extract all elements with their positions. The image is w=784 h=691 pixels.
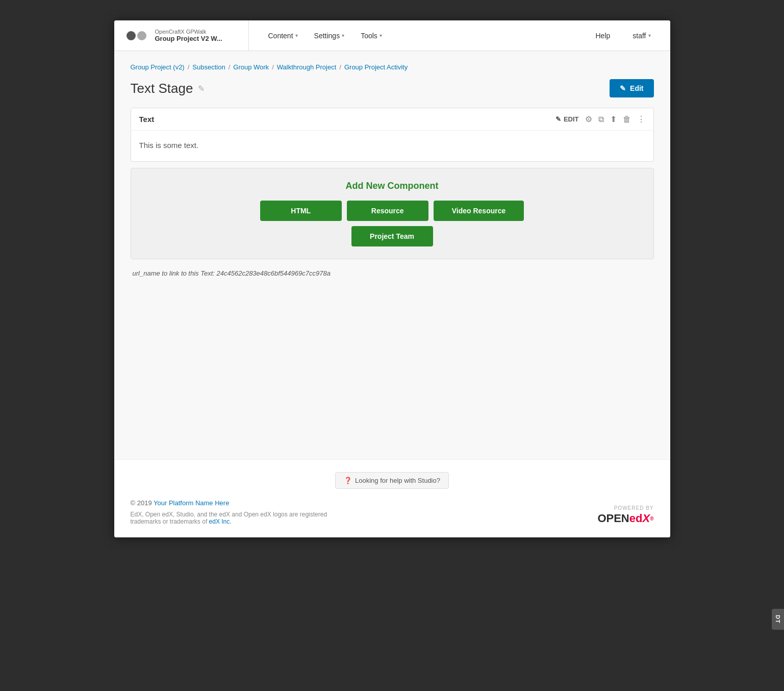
title-edit-pencil-icon[interactable]: ✎ — [198, 84, 205, 93]
add-new-component-box: Add New Component HTML Resource Video Re… — [131, 168, 654, 259]
page-title: Text Stage — [131, 81, 193, 96]
url-name-label: url_name to link to this Text: — [133, 269, 215, 277]
tools-dropdown-arrow: ▾ — [380, 33, 382, 38]
settings-dropdown-arrow: ▾ — [342, 33, 344, 38]
footer-bottom: © 2019 Your Platform Name Here EdX, Open… — [131, 499, 654, 525]
breadcrumb-group-project[interactable]: Group Project (v2) — [131, 63, 185, 71]
add-video-resource-button[interactable]: Video Resource — [434, 201, 524, 221]
breadcrumb-sep-4: / — [339, 63, 341, 71]
add-html-button[interactable]: HTML — [260, 201, 342, 221]
text-component-card: Text ✎ EDIT ⚙ ⧉ ⬆ 🗑 ⋮ This is some text. — [131, 108, 654, 162]
help-question-icon: ❓ — [344, 477, 352, 484]
brand-text: OpenCraftX GPWalk Group Project V2 W... — [155, 29, 222, 42]
footer-platform-link[interactable]: Your Platform Name Here — [154, 499, 229, 507]
main-nav: Content ▾ Settings ▾ Tools ▾ — [249, 28, 589, 44]
brand-subtitle: OpenCraftX GPWalk — [155, 29, 222, 35]
staff-dropdown-arrow: ▾ — [648, 33, 651, 38]
component-move-icon[interactable]: ⬆ — [610, 114, 617, 124]
powered-by: POWERED BY OPEN ed X ® — [597, 505, 653, 525]
component-title: Text — [139, 115, 155, 124]
component-edit-button[interactable]: ✎ EDIT — [555, 115, 579, 123]
breadcrumb-walkthrough[interactable]: Walkthrough Project — [277, 63, 337, 71]
component-edit-pencil-icon: ✎ — [555, 115, 561, 123]
breadcrumb-group-work[interactable]: Group Work — [233, 63, 269, 71]
brand-title: Group Project V2 W... — [155, 35, 222, 42]
component-settings-icon[interactable]: ⚙ — [585, 114, 592, 124]
add-component-row2: Project Team — [141, 226, 643, 246]
nav-help[interactable]: Help — [589, 28, 618, 44]
page-title-row: Text Stage ✎ ✎ Edit — [131, 79, 654, 97]
nav-settings[interactable]: Settings ▾ — [307, 28, 352, 44]
footer-left: © 2019 Your Platform Name Here EdX, Open… — [131, 499, 345, 525]
main-content: Group Project (v2) / Subsection / Group … — [114, 51, 670, 459]
nav-tools[interactable]: Tools ▾ — [353, 28, 389, 44]
header: OpenCraftX GPWalk Group Project V2 W... … — [114, 20, 670, 51]
edit-button[interactable]: ✎ Edit — [610, 79, 653, 97]
url-name-row: url_name to link to this Text: 24c4562c2… — [131, 265, 654, 281]
content-dropdown-arrow: ▾ — [295, 33, 298, 38]
page-title-left: Text Stage ✎ — [131, 81, 205, 96]
component-duplicate-icon[interactable]: ⧉ — [598, 115, 604, 124]
openedx-logo: OPEN ed X ® — [597, 512, 653, 525]
footer-edx-link[interactable]: edX Inc. — [209, 518, 232, 525]
breadcrumb-sep-1: / — [188, 63, 190, 71]
openedx-ed-text: ed — [629, 512, 643, 525]
component-text: This is some text. — [139, 141, 199, 150]
breadcrumb-activity[interactable]: Group Project Activity — [344, 63, 408, 71]
add-component-row1: HTML Resource Video Resource — [141, 201, 643, 221]
brand: OpenCraftX GPWalk Group Project V2 W... — [127, 20, 249, 51]
nav-staff[interactable]: staff ▾ — [625, 28, 657, 44]
openedx-trademark-symbol: ® — [650, 516, 653, 522]
footer: ❓ Looking for help with Studio? © 2019 Y… — [114, 459, 670, 537]
add-component-title: Add New Component — [141, 181, 643, 191]
breadcrumb-sep-2: / — [229, 63, 231, 71]
footer-trademark: EdX, Open edX, Studio, and the edX and O… — [131, 511, 345, 525]
header-right: Help staff ▾ — [589, 28, 658, 44]
breadcrumb-subsection[interactable]: Subsection — [192, 63, 225, 71]
add-resource-button[interactable]: Resource — [347, 201, 428, 221]
component-header: Text ✎ EDIT ⚙ ⧉ ⬆ 🗑 ⋮ — [131, 108, 653, 131]
component-actions: ✎ EDIT ⚙ ⧉ ⬆ 🗑 ⋮ — [555, 114, 645, 124]
footer-help: ❓ Looking for help with Studio? — [131, 472, 654, 489]
breadcrumb-sep-3: / — [272, 63, 274, 71]
openedx-x-text: X — [642, 512, 650, 525]
component-more-icon[interactable]: ⋮ — [637, 114, 645, 124]
openedx-open-text: OPEN — [597, 512, 629, 525]
component-delete-icon[interactable]: 🗑 — [623, 115, 631, 124]
powered-by-text: POWERED BY — [597, 505, 653, 511]
logo-icon — [127, 27, 149, 44]
nav-content[interactable]: Content ▾ — [261, 28, 305, 44]
edit-pencil-btn-icon: ✎ — [620, 84, 626, 92]
footer-copyright: © 2019 — [131, 499, 152, 507]
add-project-team-button[interactable]: Project Team — [351, 226, 433, 246]
footer-copyright-row: © 2019 Your Platform Name Here — [131, 499, 345, 507]
breadcrumb: Group Project (v2) / Subsection / Group … — [131, 63, 654, 71]
component-body: This is some text. — [131, 131, 653, 161]
help-studio-button[interactable]: ❓ Looking for help with Studio? — [335, 472, 449, 489]
url-name-value: 24c4562c283e48c6bf544969c7cc978a — [217, 269, 331, 277]
